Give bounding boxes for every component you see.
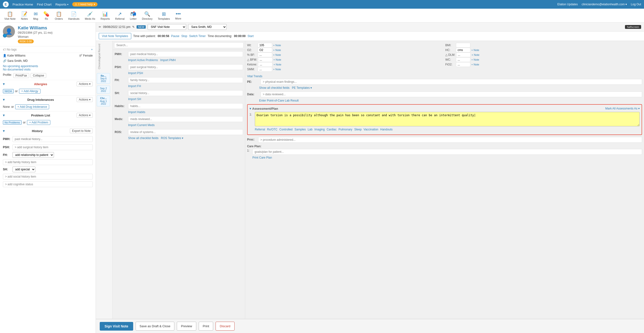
provider-select[interactable]: Sara Smith, MD [188,24,227,30]
no-upcoming-appointments[interactable]: No upcoming appointments [3,64,93,68]
ketone-note-link[interactable]: + Note [273,63,281,66]
show-all-checklist-link[interactable]: Show all checklist fields [259,86,290,89]
hc-note-link[interactable]: + Note [471,49,479,51]
sh-special-dropdown[interactable]: add special [12,166,36,172]
sign-visit-note-button[interactable]: Sign Visit Note [100,322,133,331]
import-active-link[interactable]: Import Active Problems [128,58,158,62]
handouts-link[interactable]: Handouts [380,128,392,131]
bf-note-link[interactable]: + Note [273,53,281,56]
referral-button[interactable]: ↗ Referral [113,10,127,21]
bfm-note-link[interactable]: + Note [273,58,281,61]
import-meds-link[interactable]: Import Current Meds [128,123,154,127]
collapse-arrow-allergies[interactable]: ▾ [3,82,4,86]
chrono-item-2[interactable]: Sep 2 2022 [97,86,110,94]
data-input[interactable] [260,91,642,97]
drug-intolerances-actions[interactable]: Actions ▾ [76,97,93,102]
samples-link[interactable]: Samples [294,128,306,131]
note-psh-input[interactable] [128,64,243,70]
chrono-item-3[interactable]: Chr... Aug 1 2022 [97,95,110,106]
halfscreen-button[interactable]: halfscreen [625,25,641,29]
templates-button[interactable]: ⊞ Templates [155,10,172,21]
pause-link[interactable]: Pause [171,34,180,38]
fio2-input[interactable] [456,62,470,67]
fio2-note-link[interactable]: + Note [471,63,479,66]
rx-button[interactable]: 💊 Rx [41,10,52,21]
bfm-input[interactable] [258,57,272,62]
edit-pencil-icon[interactable]: ✎ [132,25,135,29]
find-chart-link[interactable]: Find Chart [37,3,52,6]
print-button[interactable]: Print [199,322,214,331]
print-care-plan-link[interactable]: Print Care Plan [252,156,272,159]
collapse-arrow-problems[interactable]: ▾ [3,113,4,117]
reports-dropdown[interactable]: Reports▾ [56,3,69,6]
search-input[interactable] [114,42,244,48]
export-to-note-button[interactable]: Export to Note [70,128,93,133]
logout-link[interactable]: Log Out [631,3,641,6]
pmh-input[interactable] [12,136,93,142]
save-draft-button[interactable]: Save as Draft & Close [136,322,174,331]
add-allergy-button[interactable]: + Add Allergy [19,89,40,94]
no-documented-visits[interactable]: No documented visits [3,68,93,71]
wt-input[interactable] [258,43,272,48]
o2-input[interactable] [258,48,272,52]
fh-relationship-dropdown[interactable]: add relationship to patient [12,152,54,158]
help-button[interactable]: ⚠ I need help ▾ [72,2,97,6]
start-link[interactable]: Start [248,34,254,38]
note-meds-input[interactable] [128,116,243,122]
switch-timer-link[interactable]: Switch Timer [189,34,206,38]
elation-updates-link[interactable]: Elation Updates [557,3,578,6]
allergies-actions-button[interactable]: Actions ▾ [76,82,93,86]
pe-templates-button[interactable]: PE Templates ▾ [292,86,312,89]
visit-note-button[interactable]: 📋 Visit Note [2,10,18,21]
fh-item-input[interactable] [3,159,93,165]
directory-button[interactable]: 🔍 Directory [140,10,155,21]
imaging-link[interactable]: Imaging [314,128,325,131]
sh-item-input[interactable] [3,174,93,180]
show-checklist-link[interactable]: Show all checklist fields [128,136,158,140]
orders-button[interactable]: 📋 Orders [52,10,65,21]
note-habits-input[interactable] [128,103,243,109]
wc-input[interactable] [456,57,470,62]
bmi-input[interactable] [456,43,470,48]
collapse-button[interactable]: Collapse [30,73,46,78]
problem-actions-button[interactable]: Actions ▾ [76,113,93,118]
import-psh-link[interactable]: Import PSH [128,71,143,75]
reports-button[interactable]: 📊 Reports [98,10,112,21]
dlm-input[interactable] [456,52,470,57]
rx-otc-link[interactable]: Rx/OTC [267,128,278,131]
collapse-arrow-assessment[interactable]: ▾ [250,107,251,110]
cognitive-input[interactable] [3,181,93,187]
mark-all-button[interactable]: Mark All Assessments As ▾ [605,107,640,110]
o2-note-link[interactable]: + Note [273,49,281,51]
proc-input[interactable] [258,137,642,143]
assessment-textarea[interactable]: Ovarian torsion is a possibility althoug… [255,112,640,126]
controlled-link[interactable]: Controlled [279,128,292,131]
note-fh-input[interactable] [128,77,243,83]
smm-note-link[interactable]: + Note [273,68,281,71]
hc-input[interactable] [456,48,470,52]
import-pmh-link[interactable]: Import PMH [160,58,176,62]
import-sh-link[interactable]: Import SH [128,97,141,101]
bf-input[interactable] [258,52,272,57]
msg-button[interactable]: ✉ Msg [31,10,41,21]
note-type-select[interactable]: SNF Visit Note [148,24,186,30]
vaccination-link[interactable]: Vaccination [364,128,378,131]
visit-note-templates-button[interactable]: Visit Note Templates [99,33,131,39]
import-fh-link[interactable]: Import FH [128,84,141,88]
preview-button[interactable]: Preview [177,322,196,331]
wt-note-link[interactable]: + Note [273,44,281,47]
note-pmh-input[interactable] [128,51,243,57]
add-tag-button[interactable]: + [91,48,93,51]
cardiac-link[interactable]: Cardiac [326,128,336,131]
psh-input[interactable] [12,144,93,150]
ketone-input[interactable] [258,62,272,67]
user-menu[interactable]: cliniciandemo@elationhealth.com ▾ [582,3,627,6]
import-habits-link[interactable]: Import Habits [128,110,145,114]
practice-home-link[interactable]: Practice Home [12,3,33,6]
enter-lab-result-link[interactable]: Enter Point-of-Care Lab Result [259,99,299,102]
note-sh-input[interactable] [128,90,243,96]
ros-templates-button[interactable]: ROS Templates ▾ [161,136,183,140]
pe-input[interactable] [260,79,642,85]
care-plan-input[interactable] [252,149,642,155]
discard-button[interactable]: Discard [216,322,234,331]
